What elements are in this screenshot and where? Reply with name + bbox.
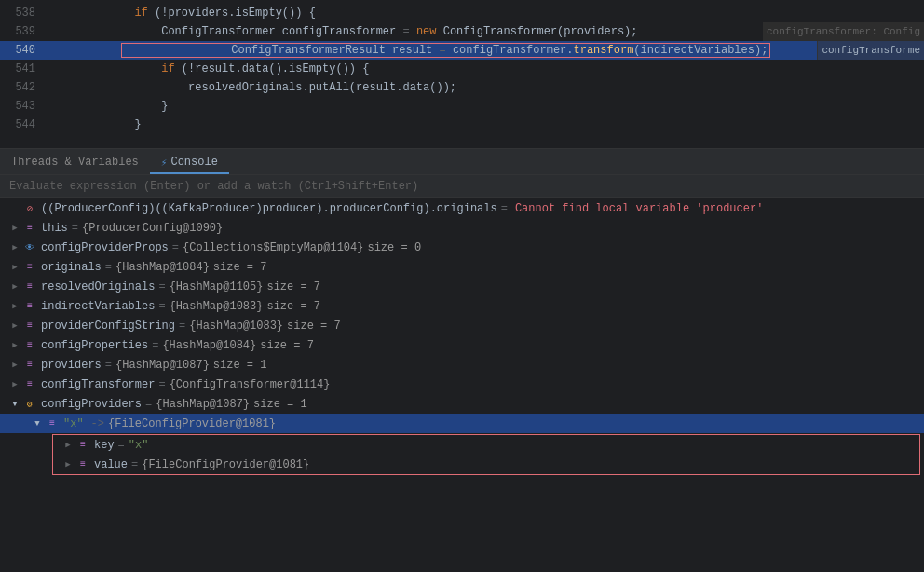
var-item-configproviders[interactable]: ▼ ⚙ configProviders = {HashMap@1087} siz… (0, 394, 924, 414)
var-eq-originals: = (105, 261, 112, 274)
var-value-configtransformer: {ConfigTransformer@1114} (170, 378, 331, 391)
var-eq-providers: = (105, 359, 112, 372)
var-item-providers[interactable]: ▶ ≡ providers = {HashMap@1087} size = 1 (0, 355, 924, 375)
line-overflow-540: configTransforme (817, 41, 924, 60)
var-eq-providerconfigstring: = (179, 320, 185, 333)
var-item-providerconfigstring[interactable]: ▶ ≡ providerConfigString = {HashMap@1083… (0, 316, 924, 335)
var-item-configproviderprops[interactable]: ▶ 👁 configProviderProps = {Collections$E… (0, 238, 924, 257)
field-icon-indirectvariables: ≡ (22, 299, 37, 314)
line-num-540: 540 (0, 44, 47, 57)
var-eq-configproviderprops: = (172, 241, 179, 254)
var-item-value-entry[interactable]: ▶ ≡ value = {FileConfigProvider@1081} (53, 455, 919, 474)
var-value-indirectvariables: {HashMap@1083} (170, 300, 264, 313)
code-lines: 538 if (!providers.isEmpty()) { 539 Conf… (0, 0, 924, 134)
line-num-542: 542 (0, 81, 47, 94)
console-label: Console (170, 156, 217, 169)
field-icon-originals: ≡ (22, 260, 37, 275)
var-eq-key: = (118, 439, 125, 452)
var-item-originals[interactable]: ▶ ≡ originals = {HashMap@1084} size = 7 (0, 257, 924, 277)
line-num-539: 539 (0, 25, 47, 38)
code-line-541: 541 if (!result.data().isEmpty()) { (0, 60, 924, 78)
var-name-key: key (94, 439, 115, 452)
var-size-indirectvariables: size = 7 (266, 300, 320, 313)
code-line-542: 542 resolvedOriginals.putAll(result.data… (0, 78, 924, 97)
field-icon-configproperties: ≡ (22, 338, 37, 353)
code-line-543: 543 } (0, 97, 924, 116)
var-size-resolvedoriginals: size = 7 (266, 280, 320, 293)
line-content-540: ConfigTransformerResult result = configT… (47, 41, 924, 60)
expand-btn-key[interactable]: ▶ (61, 438, 75, 453)
var-name-providerconfigstring: providerConfigString (41, 320, 175, 333)
var-item-resolvedoriginals[interactable]: ▶ ≡ resolvedOriginals = {HashMap@1105} s… (0, 277, 924, 296)
expand-btn-providerconfigstring[interactable]: ▶ (7, 319, 22, 334)
code-line-544: 544 } (0, 116, 924, 134)
var-item-key[interactable]: ▶ ≡ key = "x" (53, 435, 919, 455)
var-item-indirectvariables[interactable]: ▶ ≡ indirectVariables = {HashMap@1083} s… (0, 296, 924, 316)
field-icon-this: ≡ (22, 221, 37, 236)
var-item-x-entry[interactable]: ▼ ≡ "x" -> {FileConfigProvider@1081} (0, 414, 924, 433)
var-eq-indirectvariables: = (158, 300, 165, 313)
expand-btn-resolvedoriginals[interactable]: ▶ (7, 279, 22, 294)
eval-placeholder: Evaluate expression (Enter) or add a wat… (9, 180, 418, 193)
expand-btn-originals[interactable]: ▶ (7, 260, 22, 275)
tab-threads-variables[interactable]: Threads & Variables (0, 152, 150, 174)
red-box-group: ▶ ≡ key = "x" ▶ ≡ value = {FileConfigPro… (52, 434, 920, 475)
var-name-originals: originals (41, 261, 102, 274)
variables-area[interactable]: ⊘ ((ProducerConfig)((KafkaProducer)produ… (0, 198, 924, 572)
var-item-configproperties[interactable]: ▶ ≡ configProperties = {HashMap@1084} si… (0, 335, 924, 355)
var-size-configproperties: size = 7 (260, 339, 314, 352)
expand-btn-indirectvariables[interactable]: ▶ (7, 299, 22, 314)
line-content-542: resolvedOriginals.putAll(result.data()); (47, 81, 924, 94)
var-eq-value-entry: = (131, 458, 138, 471)
var-name-configproperties: configProperties (41, 339, 148, 352)
expand-btn-configproviderprops[interactable]: ▶ (7, 240, 22, 255)
var-eq-this: = (72, 222, 78, 235)
var-size-configproviders: size = 1 (253, 398, 307, 411)
line-content-538: if (!providers.isEmpty()) { (47, 7, 924, 20)
error-icon: ⊘ (22, 201, 37, 216)
var-name-error: ((ProducerConfig)((KafkaProducer)produce… (41, 202, 497, 215)
line-overflow-539: configTransformer: Config (763, 22, 924, 41)
var-name-this: this (41, 222, 68, 235)
expand-btn-configproperties[interactable]: ▶ (7, 338, 22, 353)
var-size-originals: size = 7 (213, 261, 267, 274)
expand-btn-x-entry[interactable]: ▼ (30, 416, 45, 431)
field-icon-configtransformer: ≡ (22, 377, 37, 392)
var-size-providerconfigstring: size = 7 (287, 320, 341, 333)
var-value-this: {ProducerConfig@1090} (82, 222, 223, 235)
expand-btn-providers[interactable]: ▶ (7, 358, 22, 373)
threads-variables-label: Threads & Variables (11, 156, 139, 169)
var-value-value-entry: {FileConfigProvider@1081} (142, 458, 309, 471)
field-icon-providers: ≡ (22, 358, 37, 373)
var-name-resolvedoriginals: resolvedOriginals (41, 280, 155, 293)
var-value-configproviders: {HashMap@1087} (156, 398, 250, 411)
var-item-configtransformer[interactable]: ▶ ≡ configTransformer = {ConfigTransform… (0, 375, 924, 394)
line-num-538: 538 (0, 7, 47, 20)
var-size-providers: size = 1 (213, 359, 267, 372)
expand-btn-this[interactable]: ▶ (7, 221, 22, 236)
field-icon-providerconfigstring: ≡ (22, 319, 37, 334)
config-provider-icon: ⚙ (22, 397, 37, 412)
var-item-error[interactable]: ⊘ ((ProducerConfig)((KafkaProducer)produ… (0, 198, 924, 218)
field-icon-x-entry: ≡ (45, 416, 60, 431)
var-eq-configproviders: = (145, 398, 152, 411)
line-content-543: } (47, 100, 924, 113)
var-value-resolvedoriginals: {HashMap@1105} (170, 280, 264, 293)
expand-btn-value-entry[interactable]: ▶ (61, 457, 75, 472)
eval-bar[interactable]: Evaluate expression (Enter) or add a wat… (0, 175, 924, 198)
expand-btn-configproviders[interactable]: ▼ (7, 397, 22, 412)
code-editor: 538 if (!providers.isEmpty()) { 539 Conf… (0, 0, 924, 149)
var-name-indirectvariables: indirectVariables (41, 300, 155, 313)
expand-btn-configtransformer[interactable]: ▶ (7, 377, 22, 392)
var-name-configtransformer: configTransformer (41, 378, 155, 391)
var-eq-x-entry: -> (91, 417, 104, 430)
code-line-538: 538 if (!providers.isEmpty()) { (0, 4, 924, 22)
var-item-this[interactable]: ▶ ≡ this = {ProducerConfig@1090} (0, 218, 924, 238)
line-num-544: 544 (0, 118, 47, 131)
var-name-configproviderprops: configProviderProps (41, 241, 169, 254)
tab-console[interactable]: ⚡ Console (150, 152, 229, 174)
var-value-configproviderprops: {Collections$EmptyMap@1104} (183, 241, 363, 254)
var-name-configproviders: configProviders (41, 398, 142, 411)
bottom-panel: Threads & Variables ⚡ Console Evaluate e… (0, 149, 924, 572)
var-value-key: "x" (129, 439, 149, 452)
